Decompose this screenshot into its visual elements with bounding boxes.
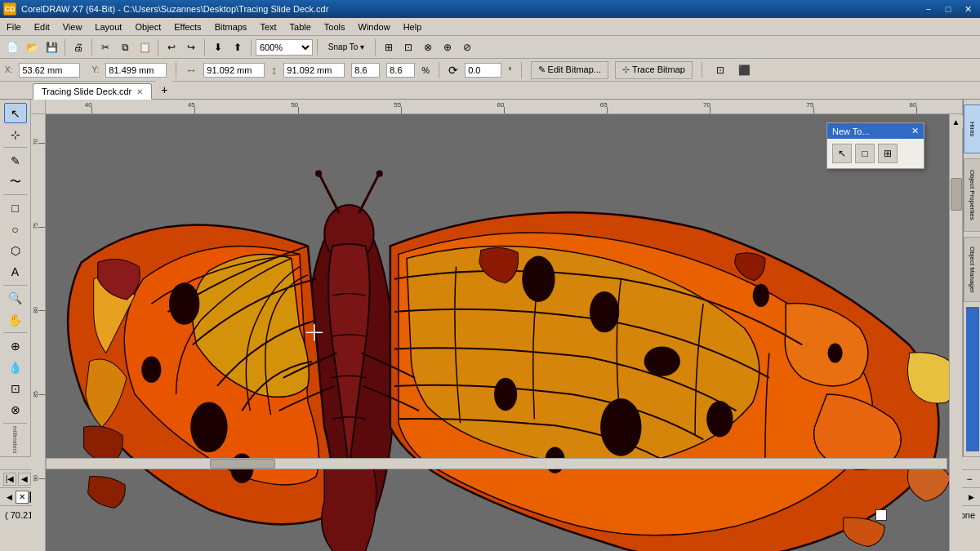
tool-c[interactable]: ⊗ bbox=[419, 38, 437, 56]
snap-button[interactable]: Snap To ▾ bbox=[322, 38, 371, 56]
hscroll-track[interactable] bbox=[46, 458, 947, 469]
menu-help[interactable]: Help bbox=[397, 18, 429, 36]
zoom-tool[interactable]: 🔍 bbox=[4, 288, 27, 309]
hscroll-area[interactable]: ◀ ▶ bbox=[0, 456, 980, 469]
object-properties-tab[interactable]: Object Properties bbox=[964, 158, 981, 232]
sep2 bbox=[91, 39, 92, 56]
maximize-button[interactable]: □ bbox=[939, 2, 957, 16]
select-tool[interactable]: ↖ bbox=[4, 103, 27, 123]
angle-input[interactable] bbox=[465, 63, 501, 78]
export-button[interactable]: ⬆ bbox=[229, 38, 247, 56]
tool-a[interactable]: ⊞ bbox=[380, 38, 398, 56]
redo-button[interactable]: ↪ bbox=[182, 38, 200, 56]
hscroll-thumb[interactable] bbox=[210, 459, 275, 469]
sep1 bbox=[65, 39, 65, 56]
new-to-btn2[interactable]: □ bbox=[855, 144, 875, 163]
no-fill-swatch[interactable]: ✕ bbox=[16, 491, 29, 504]
close-button[interactable]: ✕ bbox=[959, 2, 977, 16]
tool-sep1 bbox=[3, 147, 28, 148]
menu-edit[interactable]: Edit bbox=[28, 18, 56, 36]
object-manager-tab[interactable]: Object Manager bbox=[964, 237, 981, 302]
zoom-select[interactable]: 600% 400% 200% 100% 50% bbox=[256, 39, 313, 56]
minimize-button[interactable]: − bbox=[920, 2, 938, 16]
fill-tool[interactable]: ⊕ bbox=[4, 335, 27, 356]
toolbox: ↖ ⊹ ✎ 〜 □ ○ ⬡ A 🔍 ✋ ⊕ 💧 ⊡ ⊗ millimeters bbox=[0, 100, 31, 456]
height-input[interactable] bbox=[283, 63, 345, 78]
new-tab-button[interactable]: + bbox=[155, 81, 173, 99]
vscroll[interactable]: ▲ ▼ bbox=[949, 114, 962, 551]
hints-tab[interactable]: Hints bbox=[964, 104, 981, 153]
menu-layout[interactable]: Layout bbox=[88, 18, 128, 36]
text-tool[interactable]: A bbox=[4, 262, 27, 282]
menu-file[interactable]: File bbox=[0, 18, 28, 36]
menu-bitmaps[interactable]: Bitmaps bbox=[208, 18, 254, 36]
paste-button[interactable]: 📋 bbox=[136, 38, 154, 56]
menu-text[interactable]: Text bbox=[253, 18, 283, 36]
x-coord-input[interactable]: 53.62 mm bbox=[19, 63, 80, 78]
palette-scroll-left[interactable]: ◀ bbox=[3, 491, 15, 504]
new-to-btn1[interactable]: ↖ bbox=[832, 144, 852, 163]
coord-sep2 bbox=[439, 62, 439, 78]
vscroll-track[interactable] bbox=[951, 129, 962, 551]
cut-button[interactable]: ✂ bbox=[96, 38, 114, 56]
menu-object[interactable]: Object bbox=[128, 18, 167, 36]
scale-x-input[interactable] bbox=[351, 63, 380, 78]
tool-d[interactable]: ⊕ bbox=[439, 38, 457, 56]
tool-b[interactable]: ⊡ bbox=[399, 38, 417, 56]
v-ruler: 707580859095 bbox=[31, 114, 46, 551]
butterfly-canvas bbox=[46, 114, 949, 551]
tab-close-button[interactable]: ✕ bbox=[136, 87, 143, 96]
open-button[interactable]: 📂 bbox=[23, 38, 41, 56]
menu-tools[interactable]: Tools bbox=[318, 18, 352, 36]
new-to-close[interactable]: ✕ bbox=[911, 126, 919, 136]
y-coord-input[interactable]: 81.499 mm bbox=[105, 63, 167, 78]
vscroll-thumb[interactable] bbox=[951, 178, 962, 211]
menu-window[interactable]: Window bbox=[352, 18, 397, 36]
copy-button[interactable]: ⧉ bbox=[116, 38, 134, 56]
titlebar-controls[interactable]: − □ ✕ bbox=[920, 2, 977, 16]
color-eyedropper[interactable]: 💧 bbox=[4, 357, 27, 377]
canvas-body: 707580859095 bbox=[31, 114, 962, 551]
scroll-up-button[interactable]: ▲ bbox=[950, 115, 963, 128]
undo-button[interactable]: ↩ bbox=[163, 38, 180, 56]
scale-y-input[interactable] bbox=[386, 63, 415, 78]
first-page-button[interactable]: |◀ bbox=[3, 473, 16, 486]
ruler-corner bbox=[31, 100, 46, 114]
pan-tool[interactable]: ✋ bbox=[4, 309, 27, 330]
canvas-view[interactable]: New To... ✕ ↖ □ ⊞ bbox=[46, 114, 949, 551]
palette-scroll-right[interactable]: ▶ bbox=[965, 491, 977, 504]
prev-page-button[interactable]: ◀ bbox=[18, 473, 31, 486]
ellipse-tool[interactable]: ○ bbox=[4, 220, 27, 240]
freehand-tool[interactable]: ✎ bbox=[4, 150, 27, 171]
svg-point-16 bbox=[494, 378, 517, 411]
smart-fill[interactable]: ⊗ bbox=[4, 400, 27, 420]
menu-table[interactable]: Table bbox=[283, 18, 318, 36]
interactive-fill[interactable]: ⊡ bbox=[4, 378, 27, 398]
new-to-btn3[interactable]: ⊞ bbox=[878, 144, 898, 163]
edit-bitmap-button[interactable]: ✎ Edit Bitmap... bbox=[531, 61, 608, 79]
menu-effects[interactable]: Effects bbox=[167, 18, 207, 36]
new-button[interactable]: 📄 bbox=[3, 38, 21, 56]
tool-sep5 bbox=[3, 423, 28, 424]
rectangle-tool[interactable]: □ bbox=[4, 198, 27, 218]
doc-tab-active[interactable]: Tracing Slide Deck.cdr ✕ bbox=[33, 83, 152, 100]
color-panel[interactable] bbox=[966, 307, 979, 451]
svg-point-8 bbox=[191, 402, 227, 452]
fill-swatch[interactable] bbox=[875, 509, 887, 521]
shape-tool[interactable]: ⊹ bbox=[4, 124, 27, 144]
bitmap-tool-a[interactable]: ⊡ bbox=[711, 61, 729, 79]
delete-page-button[interactable]: − bbox=[962, 472, 977, 487]
width-input[interactable] bbox=[203, 63, 265, 78]
polygon-tool[interactable]: ⬡ bbox=[4, 241, 27, 261]
svg-point-5 bbox=[315, 171, 322, 177]
save-button[interactable]: 💾 bbox=[42, 38, 60, 56]
new-to-panel: New To... ✕ ↖ □ ⊞ bbox=[826, 122, 924, 169]
trace-bitmap-button[interactable]: ⊹ Trace Bitmap bbox=[615, 61, 693, 79]
svg-point-19 bbox=[828, 343, 843, 362]
print-button[interactable]: 🖨 bbox=[69, 38, 87, 56]
menu-view[interactable]: View bbox=[56, 18, 89, 36]
artistic-tool[interactable]: 〜 bbox=[4, 171, 27, 192]
tool-e[interactable]: ⊘ bbox=[458, 38, 476, 56]
import-button[interactable]: ⬇ bbox=[209, 38, 227, 56]
bitmap-tool-b[interactable]: ⬛ bbox=[736, 61, 754, 79]
